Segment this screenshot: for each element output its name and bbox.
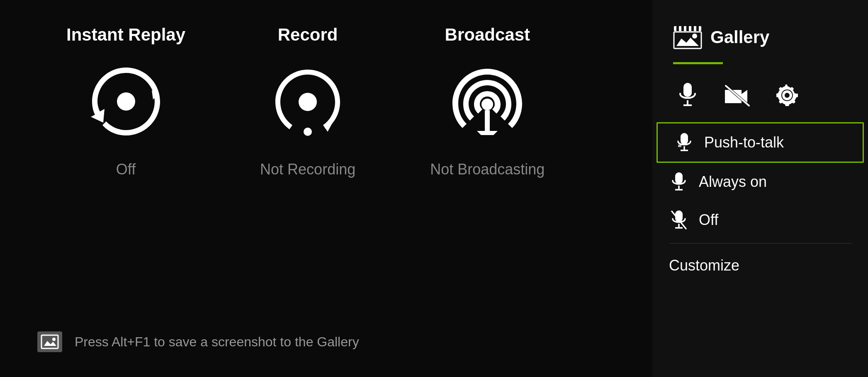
instant-replay-icon[interactable] (80, 57, 172, 148)
mic-off-option[interactable]: Off (652, 201, 868, 239)
svg-point-1 (299, 93, 317, 111)
green-divider (673, 62, 723, 64)
svg-rect-23 (678, 145, 681, 147)
push-to-talk-label: Push-to-talk (704, 134, 784, 151)
svg-rect-15 (683, 83, 692, 97)
svg-rect-9 (681, 26, 684, 31)
record-status: Not Recording (260, 161, 355, 178)
features-section: Instant Replay Off Record (33, 25, 619, 178)
sidebar: Gallery (652, 0, 868, 377)
svg-rect-12 (696, 26, 699, 31)
instant-replay-status: Off (116, 161, 136, 178)
svg-point-6 (52, 338, 56, 341)
mic-off-icon (669, 210, 689, 230)
mic-mode-menu: Push-to-talk Always on (652, 122, 868, 283)
main-content: Instant Replay Off Record (0, 0, 652, 377)
gallery-icon (673, 25, 702, 50)
svg-rect-4 (485, 110, 490, 131)
record-title: Record (278, 25, 338, 45)
svg-point-14 (692, 34, 697, 39)
customize-label: Customize (669, 257, 739, 274)
svg-rect-5 (41, 335, 58, 348)
gallery-label: Gallery (710, 27, 769, 47)
svg-rect-20 (681, 133, 688, 145)
instant-replay-card: Instant Replay Off (66, 25, 185, 178)
svg-rect-24 (675, 172, 683, 184)
menu-divider (669, 243, 851, 244)
push-to-talk-option[interactable]: Push-to-talk (656, 122, 864, 163)
bottom-section: Press Alt+F1 to save a screenshot to the… (33, 331, 619, 352)
microphone-button[interactable] (673, 81, 702, 110)
always-on-option[interactable]: Always on (652, 163, 868, 201)
screenshot-hint: Press Alt+F1 to save a screenshot to the… (37, 331, 359, 352)
svg-point-0 (117, 92, 135, 111)
broadcast-card: Broadcast Not Broadcasting (430, 25, 545, 178)
settings-button[interactable] (773, 81, 802, 110)
svg-point-3 (481, 99, 493, 110)
svg-rect-11 (691, 26, 694, 31)
svg-point-2 (304, 128, 312, 136)
always-on-icon (669, 172, 689, 192)
record-card: Record Not Recording (260, 25, 355, 178)
always-on-label: Always on (699, 173, 767, 191)
sidebar-icon-row (652, 72, 868, 118)
svg-rect-10 (686, 26, 689, 31)
gallery-button[interactable]: Gallery (652, 17, 868, 58)
record-icon[interactable] (262, 57, 353, 148)
instant-replay-title: Instant Replay (66, 25, 185, 45)
screenshot-hint-text: Press Alt+F1 to save a screenshot to the… (75, 334, 359, 350)
broadcast-title: Broadcast (445, 25, 530, 45)
screenshot-icon (37, 331, 62, 352)
camera-off-button[interactable] (723, 81, 752, 110)
mic-off-label: Off (699, 211, 718, 229)
broadcast-status: Not Broadcasting (430, 161, 545, 178)
customize-option[interactable]: Customize (652, 248, 868, 283)
svg-rect-8 (676, 26, 679, 31)
push-to-talk-icon (674, 133, 694, 152)
broadcast-icon[interactable] (442, 57, 533, 148)
